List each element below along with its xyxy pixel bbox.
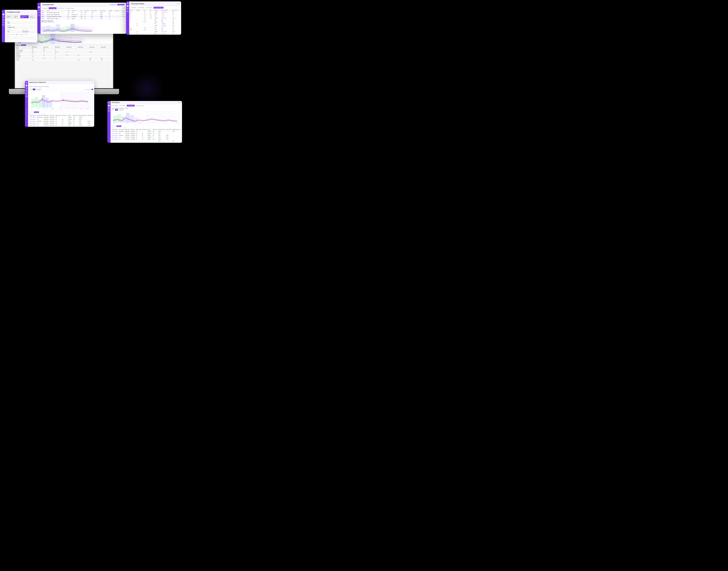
graph-close-icon[interactable]: ✕ (92, 82, 93, 83)
sku-monthly-header: SKU Monthly ⬇ ⚙ (111, 101, 182, 104)
sidebar-icon-h2[interactable] (127, 8, 128, 10)
client-input[interactable] (7, 22, 35, 24)
stockdays-4: 23 (91, 18, 99, 19)
download-icon[interactable]: ⬇ (122, 7, 124, 9)
sidebar-icon-2[interactable] (2, 16, 4, 18)
table-row: Promo name 3 Grill party 19.08.2024 08.0… (112, 134, 181, 136)
pname-3[interactable]: Promo name 3 (29, 120, 37, 122)
sku-3[interactable]: 288316 (40, 16, 46, 18)
pname-1[interactable]: Promo name 1 (29, 116, 37, 118)
f29-h4: 1 067 (943) (161, 17, 172, 19)
calculate-period-checkbox[interactable] (16, 34, 18, 35)
sidebar-icon-m3[interactable] (108, 110, 110, 112)
sidebar-icon-b[interactable] (38, 9, 40, 11)
sidebar-icon-a[interactable] (38, 6, 40, 8)
row-forecast-w28: 83 (87) (54, 51, 66, 53)
ctrl-all-g[interactable]: All period (36, 89, 41, 90)
sidebar-icon-m1[interactable] (108, 105, 110, 107)
mp-name-4[interactable]: Promo name 4 (112, 136, 119, 138)
sidebar-icon-1[interactable] (2, 13, 4, 15)
svg-text:Jan '24: Jan '24 (30, 108, 33, 109)
ctrl-6m-g[interactable]: 6m (29, 89, 32, 90)
sku-4[interactable]: 288330 (40, 18, 46, 19)
mp-name-2[interactable]: Promo name 2 (112, 132, 119, 134)
sidebar-logo-2: F (38, 3, 40, 5)
tab-forecasts-history[interactable]: Forecasts history (65, 7, 75, 9)
nav-conditional-order[interactable]: Conditional order (20, 15, 29, 18)
monthly-ctrl-1y[interactable]: 1y (115, 109, 118, 111)
cov-3: 100% (100, 16, 108, 18)
laptop-promo-tab[interactable]: Promo (21, 44, 26, 46)
monthly-tab-forecasts-history[interactable]: Forecasts history (135, 105, 145, 107)
sidebar-icon-g2[interactable] (26, 87, 27, 89)
sidebar-icon-g3[interactable] (26, 90, 27, 92)
sku-2[interactable]: 288314 (40, 14, 46, 16)
row-base-w26: 64 (32, 53, 43, 54)
monthly-promo-tab[interactable]: Promo (116, 125, 121, 127)
field-from: from (7, 35, 21, 39)
sidebar-icon-4[interactable] (2, 21, 4, 23)
graph-promo-tab[interactable]: Promo (34, 111, 39, 113)
from-input[interactable] (7, 37, 21, 39)
sidebar-icon-g4[interactable] (26, 93, 27, 94)
monthly-settings-icon[interactable]: ⚙ (180, 102, 181, 103)
monthly-ctrl-all[interactable]: All period (118, 109, 124, 111)
sidebar-icon-g5[interactable] (26, 95, 27, 97)
history-tab-sku-weekly[interactable]: SKU Weekly (137, 7, 145, 9)
monthly-tab-sku-weekly[interactable]: SKU Weekly (119, 105, 127, 107)
history-tab-sku-monthly[interactable]: SKU Monthly (145, 7, 153, 9)
pprice-4: 5 810 (87, 122, 94, 124)
mp-type-4: 1+1 (119, 136, 125, 138)
nav-regular-order[interactable]: Regular order (6, 15, 13, 18)
ctrl-1y-g[interactable]: 1y (33, 89, 35, 90)
to-input[interactable] (21, 37, 35, 39)
field-to: to (21, 35, 35, 39)
cat-3: Chocolate (71, 16, 80, 18)
sku-graph-filter-btn[interactable]: SKU graph (1) (110, 4, 117, 5)
graph-forecast-tab[interactable]: Forecast (29, 111, 33, 113)
sidebar-icon-h3[interactable] (127, 10, 128, 12)
mp-name-1[interactable]: Promo name 1 (112, 130, 119, 132)
monthly-tab-dashboard[interactable]: Dashboard (112, 105, 119, 107)
laptop-forecast-tab[interactable]: Forecast (16, 44, 20, 46)
sidebar-icon-5[interactable] (2, 24, 4, 26)
intention-h12: -51% (136, 33, 143, 35)
order-line-input[interactable] (7, 30, 21, 33)
tab-sku-monthly[interactable]: SKU Monthly (57, 7, 65, 9)
monthly-ctrl-6m[interactable]: 6m (112, 109, 115, 111)
f29-h1: 1 516 (1 420) (161, 11, 172, 13)
tab-dashboard[interactable]: Dashboard (41, 7, 48, 9)
sidebar-icon-c[interactable] (38, 12, 40, 13)
supplier-input[interactable] (7, 26, 35, 28)
delivery-date-input[interactable] (21, 30, 35, 33)
show-yearly-toggle[interactable] (90, 89, 93, 90)
nav-cross-stocking[interactable]: Cross-stocking (29, 15, 36, 18)
nav-special-order[interactable]: Special order (13, 15, 20, 18)
graph-sku-header: GRAPH SKU & FORECASTS ✕ (28, 81, 94, 84)
col-coverage: % coverage (100, 10, 108, 12)
mp-name-3[interactable]: Promo name 3 (112, 134, 119, 136)
history-settings-icon[interactable]: ⚙ (178, 3, 179, 5)
monthly-tab-sku-monthly[interactable]: SKU Monthly (127, 105, 135, 107)
sidebar-icon-g1[interactable] (26, 85, 27, 86)
history-tab-forecasts-history[interactable]: Forecasts history (153, 7, 163, 9)
history-download-icon[interactable]: ⬇ (176, 3, 178, 5)
history-tab-dashboard[interactable]: Dashboard (130, 7, 137, 9)
pname-5[interactable]: Promo name 5 (29, 124, 37, 126)
settings-icon[interactable]: ⚙ (124, 7, 125, 9)
sidebar-icon-3[interactable] (2, 19, 4, 21)
sidebar-icon-h1[interactable] (127, 5, 128, 7)
monthly-download-icon[interactable]: ⬇ (178, 102, 179, 103)
sidebar-icon-d[interactable] (38, 14, 40, 16)
cov-2: 100% (100, 14, 108, 16)
pname-2[interactable]: Promo name 2 (29, 118, 37, 120)
sku-1[interactable]: 288267 (40, 12, 46, 14)
create-order-btn[interactable]: + Create order (117, 4, 124, 5)
mp-name-5[interactable]: Promo name 5 (112, 138, 119, 140)
tab-sku-weekly[interactable]: SKU Weekly (49, 7, 56, 9)
pname-4[interactable]: Promo name 4 (29, 122, 37, 124)
monthly-forecast-tab[interactable]: Forecast (112, 125, 116, 127)
sidebar-icon-m2[interactable] (108, 107, 110, 109)
svg-point-50 (63, 100, 64, 101)
f30-h12: 83 (172, 33, 181, 35)
